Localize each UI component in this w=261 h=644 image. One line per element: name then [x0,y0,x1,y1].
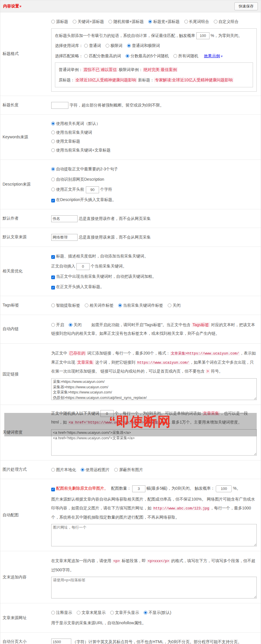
row-label: Description来源 [0,163,51,206]
radio-option[interactable]: 使用相关长尾词（默认） [51,121,257,126]
text-segment: <a href='https://www.ucaiyun.com/'>文章采集<… [68,421,168,425]
row-label: 文章来源网址 [0,606,51,629]
radio-icon [51,122,55,125]
page-title-text: 内容设置 [3,4,19,8]
radio-option[interactable]: 标题党+源标题 [148,19,179,24]
radio-option[interactable]: 极限词 [106,43,122,48]
radio-label: 匹配分数最高的词 [89,54,121,58]
keyword-density-textarea[interactable]: <a href='https://www.ucaiyun.com/'>采集器</… [51,429,257,456]
radio-option[interactable]: 自动提取正文中最重要的2-3个句子 [51,167,118,171]
checkbox-option[interactable]: 标题、描述相关度低时，自动添加当前采集关键词。 [51,254,148,258]
radio-icon [51,167,55,171]
radio-label: 使用当前采集关键词+文章标题 [56,148,110,152]
radio-label: 极限词 [110,43,122,48]
fixed-link-textarea[interactable]: 采集>https://www.ucaiyun.com/ 采集器>https://… [51,378,257,400]
radio-option[interactable]: 随机前缀+源标题 [108,19,144,24]
radio-option[interactable]: 不显示(默认) [144,610,171,615]
radio-option[interactable]: 相关词作标签 [85,303,114,308]
radio-option[interactable]: 使用远程图片 [81,467,110,472]
text-segment: 文章采集 [76,360,94,365]
radio-option[interactable]: 使用当前采集关键词+文章标题 [51,148,257,153]
checkbox-option[interactable]: 在正文开头插入文章标题。 [51,284,104,289]
radio-option[interactable]: 屏蔽所有图片 [114,467,143,472]
radio-option[interactable]: 所有词随机 [173,54,198,58]
radio-option[interactable]: 自定义组合 [214,19,239,24]
radio-option[interactable]: 图片本地化 [51,467,76,472]
radio-label: 自定义组合 [219,19,239,24]
radio-option[interactable]: 分数最高的5个词随机 [126,54,169,58]
row-label: 默认作者 [0,212,51,225]
checkbox-option[interactable]: 当正文中出现当前采集关键词时，自动把该关键词加粗。 [51,274,156,279]
text-segment: 标签段落，即 [120,558,147,563]
radio-option[interactable]: 注释显示 [51,610,72,615]
row-inner-link: 自动内链 开启关闭 如需开启此功能，请同时开启“Tags标签”。当正文中包含 T… [0,315,261,344]
lexicon-radio-group: 普通词极限词普通词和极限词 [84,43,165,48]
radio-label: 标题党+源标题 [153,19,179,24]
checkbox-option[interactable]: 配图前先删除原文自带图片。 [51,486,108,491]
radio-option[interactable]: 关闭 [69,322,82,327]
effect-example-link[interactable]: 效果示例» [204,54,223,58]
radio-label: 文章开头显示 [115,610,139,615]
radio-icon [184,20,188,23]
row-title-format: 标题格式 源标题关键词+源标题随机前缀+源标题标题党+源标题长尾词组合自定义组合… [0,12,261,96]
title-length-desc: 字符，超出部分将被强制截断。留空或设为0则不限。 [70,103,164,107]
default-source-input[interactable] [51,234,78,241]
radio-option[interactable]: 自动识别原网页Description [51,177,104,182]
auto-image-textarea[interactable] [51,524,257,546]
radio-icon [118,304,122,307]
density-count-input[interactable] [100,410,114,417]
image-prob-input[interactable] [216,485,232,492]
image-mode-radio-group: 图片本地化使用远程图片屏蔽所有图片 [51,466,257,474]
radio-option[interactable]: 源标题 [51,19,68,24]
radio-option[interactable]: 长尾词组合 [184,19,209,24]
radio-option[interactable]: 普通词 [84,43,101,48]
radio-icon [85,304,88,307]
radio-icon [51,131,55,134]
row-default-author: 默认作者 总是直接使用该作者，而不会从网页采集 [0,209,261,228]
page-size-input[interactable] [51,639,71,644]
image-count-label: 配图数量： [111,486,131,491]
default-author-input[interactable] [51,215,78,222]
append-content-textarea[interactable] [51,577,257,598]
text-segment: 专家解读:全球近10亿人受精神健康问题影响 [154,78,233,82]
radio-label: 所有词随机 [178,54,198,58]
radio-icon [51,611,55,615]
example-line-2: 原标题：全球近10亿人受精神健康问题影响 新标题：专家解读:全球近10亿人受精神… [59,76,249,84]
quick-save-button[interactable]: 快速保存 [234,2,258,10]
radio-option[interactable]: 普通词和极限词 [127,43,160,48]
checkbox-option[interactable]: 在Description开头插入文章标题。 [51,197,116,202]
radio-option[interactable]: 智能提取标签 [51,303,80,308]
append-content-desc: 在文章末尾追加一段内容，请使用 <p> 标签段落，即 <p>xxx</p> 的格… [51,556,257,574]
radio-option[interactable]: 文章末尾显示 [77,610,106,615]
radio-label: 关闭 [74,322,82,327]
radio-option[interactable]: 开启 [51,322,64,327]
radio-label: 智能提取标签 [56,303,80,308]
text-segment: 已存在的 [68,351,86,355]
radio-option[interactable]: 匹配分数最高的词 [84,54,121,58]
radio-option[interactable]: 关键词+源标题 [73,19,104,24]
radio-option[interactable]: 关闭 [168,303,181,308]
image-count-input[interactable] [132,485,145,492]
radio-option[interactable]: 文章开头显示 [110,610,139,615]
radio-option[interactable]: 使用文章标题 [51,139,257,144]
radio-option[interactable]: 当前采集关键词作标签 [118,303,163,308]
row-image-mode: 图片处理方式 图片本地化使用远程图片屏蔽所有图片 [0,460,261,479]
radio-option[interactable]: 使用正文开头前 [51,187,84,192]
description-chars-input[interactable] [86,186,99,193]
page-title[interactable]: 内容设置» [3,4,22,9]
trigger-probability-input[interactable] [196,32,209,39]
title-length-input[interactable] [51,102,68,109]
text-segment: 新标题： [137,78,154,82]
checkbox-icon [51,255,55,259]
text-segment: 文章采集>https://www.ucaiyun.com/ [170,352,240,356]
text-segment: 绝对完美 最佳案例 [143,67,178,72]
insert-keywords-input[interactable] [76,263,90,270]
inner-link-radio-group: 开启关闭 [51,322,87,327]
image-prob-suffix: %。 [233,486,240,491]
row-fixed-link: 固定链接 为正文中 已存在的 词汇添加链接，每行一个，最多200个，格式：文章采… [0,344,261,405]
radio-option[interactable]: 使用当前采集关键词 [51,130,257,135]
radio-icon [51,304,55,307]
row-label: 标题格式 [0,15,51,93]
radio-label: 关键词+源标题 [78,19,104,24]
text-segment: <p>xxx</p> [147,559,170,563]
